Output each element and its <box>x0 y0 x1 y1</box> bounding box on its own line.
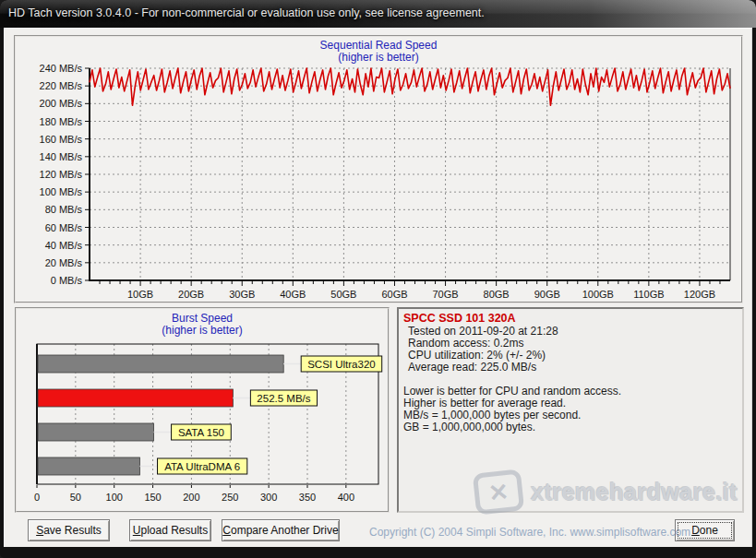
svg-text:80 MB/s: 80 MB/s <box>45 204 83 215</box>
svg-text:180 MB/s: 180 MB/s <box>40 116 83 127</box>
drive-name: SPCC SSD 101 320A <box>403 312 516 325</box>
svg-text:160 MB/s: 160 MB/s <box>40 134 83 145</box>
upload-results-button[interactable]: Upload Results <box>129 519 211 541</box>
svg-text:80GB: 80GB <box>484 289 510 300</box>
window-content: Sequential Read Speed (higher is better)… <box>4 28 752 547</box>
note-mbs-definition: MB/s = 1,000,000 bytes per second. <box>403 409 581 421</box>
window-title: HD Tach version 3.0.4.0 - For non-commer… <box>8 6 485 19</box>
svg-text:200 MB/s: 200 MB/s <box>40 98 83 109</box>
upload-results-label: Upload Results <box>133 524 208 537</box>
svg-text:250: 250 <box>222 492 238 503</box>
svg-text:252.5 MB/s: 252.5 MB/s <box>257 393 310 404</box>
svg-text:240 MB/s: 240 MB/s <box>40 63 83 74</box>
svg-text:50: 50 <box>70 492 81 503</box>
save-results-label: Save Results <box>36 524 102 537</box>
svg-text:0 MB/s: 0 MB/s <box>51 275 83 286</box>
svg-text:120GB: 120GB <box>684 289 715 300</box>
sequential-read-chart: 0 MB/s20 MB/s40 MB/s60 MB/s80 MB/s100 MB… <box>17 37 744 303</box>
svg-text:70GB: 70GB <box>432 289 458 300</box>
svg-text:100 MB/s: 100 MB/s <box>40 186 83 197</box>
svg-text:30GB: 30GB <box>229 289 255 300</box>
svg-text:140 MB/s: 140 MB/s <box>40 151 83 162</box>
svg-text:ATA UltraDMA 6: ATA UltraDMA 6 <box>164 461 240 472</box>
svg-text:SCSI Ultra320: SCSI Ultra320 <box>307 359 376 370</box>
svg-text:0: 0 <box>34 492 40 503</box>
svg-text:100GB: 100GB <box>582 289 614 300</box>
svg-text:220 MB/s: 220 MB/s <box>40 80 83 91</box>
svg-text:110GB: 110GB <box>633 289 664 300</box>
note-higher-better: Higher is better for average read. <box>403 397 566 410</box>
svg-text:10GB: 10GB <box>127 289 153 300</box>
svg-text:400: 400 <box>338 492 354 503</box>
compare-another-drive-button[interactable]: Compare Another Drive <box>222 519 340 541</box>
title-bar[interactable]: HD Tach version 3.0.4.0 - For non-commer… <box>0 0 756 28</box>
svg-text:150: 150 <box>144 492 161 503</box>
tested-on-line: Tested on 2011-09-20 at 21:28 <box>408 325 558 338</box>
average-read-line: Average read: 225.0 MB/s <box>408 361 536 374</box>
svg-text:40 MB/s: 40 MB/s <box>45 240 83 251</box>
svg-text:SATA 150: SATA 150 <box>178 427 224 438</box>
copyright-text: Copyright (C) 2004 Simpli Software, Inc.… <box>369 526 666 539</box>
svg-text:20GB: 20GB <box>178 289 204 300</box>
note-gb-definition: GB = 1,000,000,000 bytes. <box>403 421 535 433</box>
app-window: HD Tach version 3.0.4.0 - For non-commer… <box>0 0 756 558</box>
svg-text:20 MB/s: 20 MB/s <box>45 257 83 268</box>
compare-drive-label: Compare Another Drive <box>222 524 338 537</box>
cpu-utilization-line: CPU utilization: 2% (+/- 2%) <box>408 349 546 362</box>
svg-text:200: 200 <box>183 492 199 503</box>
burst-speed-chart: 050100150200250300350400SCSI Ultra320252… <box>17 330 390 511</box>
svg-text:90GB: 90GB <box>534 289 560 300</box>
svg-text:300: 300 <box>260 492 277 503</box>
svg-text:50GB: 50GB <box>330 289 356 300</box>
note-lower-better: Lower is better for CPU and random acces… <box>403 385 621 398</box>
svg-text:40GB: 40GB <box>280 289 306 300</box>
random-access-line: Random access: 0.2ms <box>408 337 523 350</box>
svg-text:60GB: 60GB <box>381 289 407 300</box>
save-results-button[interactable]: Save Results <box>28 519 110 541</box>
svg-text:120 MB/s: 120 MB/s <box>40 169 83 180</box>
svg-text:350: 350 <box>299 492 316 503</box>
done-label: Done <box>691 524 718 537</box>
svg-text:100: 100 <box>106 492 123 503</box>
svg-text:60 MB/s: 60 MB/s <box>45 222 83 233</box>
